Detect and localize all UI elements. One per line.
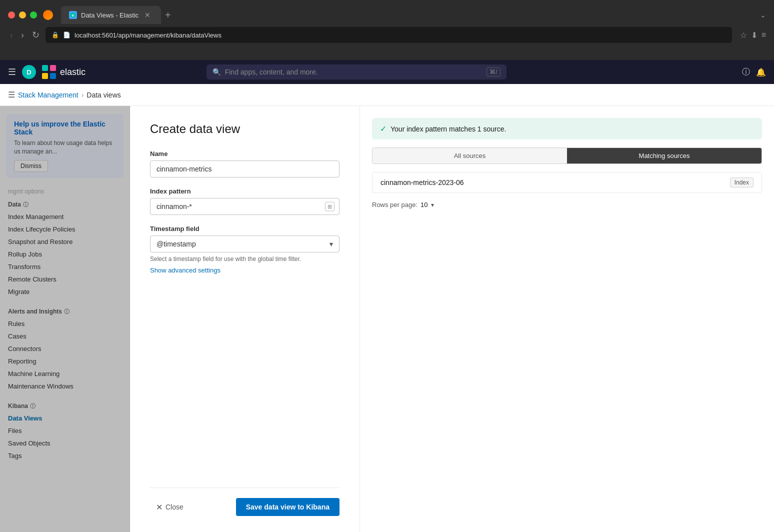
- sidebar-item-cases[interactable]: Cases: [0, 330, 130, 342]
- table-row: cinnamon-metrics-2023-06 Index: [372, 172, 762, 192]
- breadcrumb-separator: ›: [82, 91, 84, 99]
- help-banner: Help us improve the Elastic Stack To lea…: [6, 114, 124, 178]
- forward-button[interactable]: ›: [19, 28, 26, 42]
- tab-favicon: e: [69, 11, 77, 19]
- download-icon[interactable]: ⬇: [751, 30, 758, 40]
- menu-icon[interactable]: ≡: [762, 30, 766, 40]
- sources-table: cinnamon-metrics-2023-06 Index: [372, 172, 762, 193]
- timestamp-label: Timestamp field: [150, 225, 340, 232]
- tab-title: Data Views - Elastic: [81, 12, 138, 19]
- kibana-info-icon: ⓘ: [30, 402, 36, 410]
- close-x-icon: ✕: [156, 502, 162, 512]
- header-right: ⓘ 🔔: [742, 67, 766, 78]
- create-data-view-panel: Create data view Name Index pattern ⊞ Ti…: [130, 106, 360, 532]
- sidebar-item-connectors[interactable]: Connectors: [0, 342, 130, 355]
- active-tab[interactable]: e Data Views - Elastic ✕: [61, 6, 161, 24]
- collapse-button[interactable]: ⌄: [760, 11, 766, 19]
- nav-bar: ‹ › ↻ 🔒 📄 localhost:5601/app/management/…: [0, 24, 774, 46]
- help-icon[interactable]: ⓘ: [742, 67, 750, 78]
- new-tab-button[interactable]: +: [165, 10, 171, 21]
- lock-icon: 🔒: [52, 32, 59, 38]
- index-pattern-input[interactable]: [150, 198, 340, 215]
- sidebar-section-data: Data ⓘ: [0, 197, 130, 210]
- bookmark-icon[interactable]: ☆: [740, 30, 747, 40]
- panel-title: Create data view: [150, 122, 340, 136]
- main-layout: Help us improve the Elastic Stack To lea…: [0, 106, 774, 532]
- sidebar-item-tags[interactable]: Tags: [0, 450, 130, 462]
- search-placeholder: Find apps, content, and more.: [225, 68, 483, 76]
- svg-text:e: e: [72, 13, 74, 18]
- source-name: cinnamon-metrics-2023-06: [380, 178, 464, 186]
- sidebar-item-data-views[interactable]: Data Views: [0, 412, 130, 424]
- url-text: localhost:5601/app/management/kibana/dat…: [74, 32, 222, 39]
- show-advanced-settings-link[interactable]: Show advanced settings: [150, 266, 220, 274]
- sidebar-item-reporting[interactable]: Reporting: [0, 355, 130, 368]
- sidebar-item-remote-clusters[interactable]: Remote Clusters: [0, 273, 130, 286]
- check-icon: ✓: [380, 124, 386, 134]
- tab-all-sources[interactable]: All sources: [372, 148, 567, 164]
- close-button[interactable]: ✕ Close: [150, 498, 190, 516]
- hamburger-menu-icon[interactable]: ☰: [8, 66, 16, 78]
- svg-rect-4: [42, 73, 48, 79]
- rows-per-page-label: Rows per page:: [372, 201, 418, 208]
- help-title: Help us improve the Elastic Stack: [14, 120, 116, 136]
- sidebar-item-files[interactable]: Files: [0, 424, 130, 437]
- svg-rect-2: [42, 65, 48, 71]
- elastic-logo: elastic: [42, 65, 86, 79]
- sidebar-item-machine-learning[interactable]: Machine Learning: [0, 368, 130, 380]
- close-traffic-light[interactable]: [8, 12, 15, 18]
- name-input[interactable]: [150, 160, 340, 178]
- rows-chevron-icon[interactable]: ▾: [431, 202, 434, 208]
- user-avatar[interactable]: D: [22, 65, 36, 79]
- index-pattern-form-group: Index pattern ⊞: [150, 188, 340, 215]
- sidebar-item-maintenance-windows[interactable]: Maintenance Windows: [0, 380, 130, 392]
- panel-footer: ✕ Close Save data view to Kibana: [150, 488, 340, 516]
- back-button[interactable]: ‹: [8, 28, 15, 42]
- tab-matching-sources[interactable]: Matching sources: [567, 148, 762, 164]
- sidebar-item-index-lifecycle[interactable]: Index Lifecycle Policies: [0, 223, 130, 236]
- browser-logo-icon: [43, 10, 53, 20]
- match-banner: ✓ Your index pattern matches 1 source.: [372, 118, 762, 140]
- save-data-view-button[interactable]: Save data view to Kibana: [236, 498, 340, 516]
- sidebar-section-kibana: Kibana ⓘ: [0, 398, 130, 412]
- doc-icon: 📄: [63, 32, 70, 38]
- breadcrumb: ☰ Stack Management › Data views: [0, 84, 774, 106]
- search-shortcut: ⌘/: [486, 68, 500, 76]
- alerts-info-icon: ⓘ: [64, 308, 70, 316]
- address-bar[interactable]: 🔒 📄 localhost:5601/app/management/kibana…: [46, 27, 732, 43]
- maximize-traffic-light[interactable]: [30, 12, 37, 18]
- sidebar-item-index-management[interactable]: Index Management: [0, 210, 130, 223]
- nav-right: ☆ ⬇ ≡: [740, 30, 766, 40]
- sidebar-item-snapshot-restore[interactable]: Snapshot and Restore: [0, 236, 130, 248]
- tab-close-button[interactable]: ✕: [144, 11, 150, 19]
- timestamp-form-group: Timestamp field @timestamp ▾ Select a ti…: [150, 225, 340, 274]
- help-text: To learn about how usage data helps us m…: [14, 139, 116, 156]
- timestamp-helper: Select a timestamp field for use with th…: [150, 256, 340, 262]
- index-pattern-input-wrapper: ⊞: [150, 198, 340, 215]
- timestamp-value: @timestamp: [156, 240, 196, 248]
- notifications-icon[interactable]: 🔔: [756, 68, 766, 77]
- breadcrumb-parent[interactable]: Stack Management: [18, 91, 78, 99]
- sidebar-item-saved-objects[interactable]: Saved Objects: [0, 437, 130, 450]
- sidebar-item-transforms[interactable]: Transforms: [0, 260, 130, 273]
- sidebar-item-rollup-jobs[interactable]: Rollup Jobs: [0, 248, 130, 260]
- rows-count: 10: [420, 201, 428, 208]
- app-header: ☰ D elastic 🔍 Find apps, content, and mo…: [0, 60, 774, 84]
- sidebar-item-migrate[interactable]: Migrate: [0, 286, 130, 298]
- index-pattern-label: Index pattern: [150, 188, 340, 195]
- elastic-name: elastic: [60, 67, 86, 78]
- sidebar-toggle-icon[interactable]: ☰: [8, 90, 15, 100]
- dismiss-button[interactable]: Dismiss: [14, 160, 48, 172]
- global-search[interactable]: 🔍 Find apps, content, and more. ⌘/: [206, 64, 506, 80]
- sidebar-item-rules[interactable]: Rules: [0, 318, 130, 330]
- name-label: Name: [150, 150, 340, 158]
- timestamp-select[interactable]: @timestamp ▾: [150, 236, 340, 252]
- search-icon: 🔍: [212, 68, 221, 76]
- pagination-row: Rows per page: 10 ▾: [372, 201, 762, 208]
- timestamp-select-wrapper: @timestamp ▾: [150, 236, 340, 252]
- svg-rect-5: [50, 73, 56, 79]
- source-type-badge: Index: [730, 178, 754, 188]
- sidebar: Help us improve the Elastic Stack To lea…: [0, 106, 130, 532]
- reload-button[interactable]: ↻: [30, 28, 42, 42]
- minimize-traffic-light[interactable]: [19, 12, 26, 18]
